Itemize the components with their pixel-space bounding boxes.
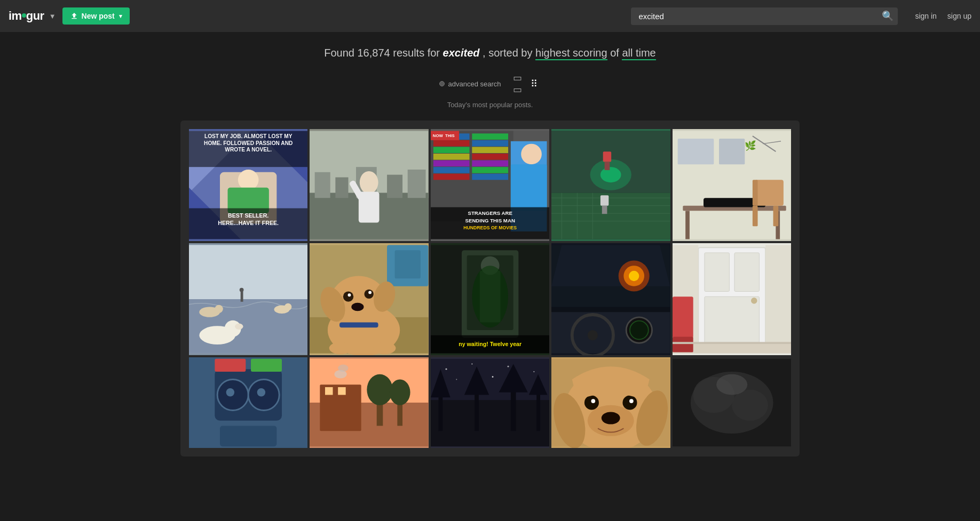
grid-item-9[interactable]	[551, 243, 670, 355]
logo-text: imgur	[9, 9, 44, 23]
svg-rect-174	[536, 392, 540, 431]
advanced-search-label: advanced search	[448, 80, 501, 88]
svg-rect-33	[433, 174, 470, 180]
grid-item-5[interactable]: 🌿	[673, 129, 791, 241]
filter-bar: advanced search ▭▭ ⠿	[0, 65, 980, 101]
found-count-label: Found 16,874 results for	[324, 47, 440, 59]
grid-item-2[interactable]	[310, 129, 428, 241]
svg-rect-36	[472, 147, 508, 153]
sign-up-link[interactable]: sign up	[947, 12, 971, 20]
svg-rect-131	[705, 296, 759, 343]
svg-point-100	[365, 290, 374, 299]
svg-rect-69	[719, 139, 745, 164]
grid-item-4[interactable]	[551, 129, 670, 241]
svg-rect-21	[408, 170, 426, 198]
svg-text:ny waiting! Twelve year: ny waiting! Twelve year	[459, 341, 521, 347]
grid-item-11[interactable]	[189, 357, 307, 448]
image-grid: LOST MY JOB. ALMOST LOST MY HOME. FOLLOW…	[189, 129, 791, 448]
header-actions: sign in sign up	[915, 12, 971, 20]
logo-chevron-icon[interactable]: ▼	[49, 12, 56, 20]
svg-point-103	[352, 303, 364, 311]
svg-rect-153	[338, 387, 346, 395]
grid-item-12[interactable]	[310, 357, 428, 448]
main-content: LOST MY JOB. ALMOST LOST MY HOME. FOLLOW…	[170, 115, 810, 467]
svg-rect-43	[511, 164, 547, 211]
svg-rect-52	[551, 193, 670, 239]
new-post-label: New post	[82, 12, 115, 20]
grid-view-button[interactable]: ⠿	[527, 76, 541, 92]
svg-point-22	[360, 171, 378, 194]
svg-rect-136	[673, 296, 693, 338]
advanced-search-toggle[interactable]: advanced search	[439, 80, 501, 88]
svg-text:NOW: NOW	[433, 133, 444, 138]
svg-point-167	[492, 376, 493, 378]
svg-point-108	[373, 342, 396, 354]
svg-text:HOME. FOLLOWED PASSION AND: HOME. FOLLOWED PASSION AND	[204, 140, 293, 146]
svg-rect-35	[472, 140, 508, 147]
svg-point-144	[257, 388, 265, 396]
svg-rect-130	[734, 253, 759, 292]
svg-rect-84	[241, 291, 243, 301]
sign-in-link[interactable]: sign in	[915, 12, 936, 20]
svg-rect-106	[339, 323, 378, 328]
svg-point-114	[472, 266, 508, 327]
svg-rect-76	[755, 180, 783, 205]
search-query-label: excited	[443, 47, 480, 59]
svg-rect-147	[220, 426, 276, 447]
svg-point-165	[533, 371, 534, 372]
svg-text:SENDING THIS MAN: SENDING THIS MAN	[465, 218, 515, 223]
sort-option-link[interactable]: highest scoring	[535, 47, 607, 60]
svg-rect-32	[433, 167, 470, 173]
svg-point-126	[629, 271, 639, 281]
svg-point-85	[240, 288, 244, 292]
search-input[interactable]	[631, 7, 898, 25]
grid-item-13[interactable]	[431, 357, 549, 448]
svg-text:WROTE A NOVEL.: WROTE A NOVEL.	[225, 147, 272, 153]
svg-point-183	[629, 399, 634, 403]
grid-item-10[interactable]	[673, 243, 791, 355]
grid-item-14[interactable]	[551, 357, 670, 448]
svg-rect-29	[433, 147, 470, 153]
svg-rect-39	[472, 167, 508, 173]
svg-point-163	[471, 364, 472, 365]
advanced-search-indicator	[439, 81, 445, 86]
grid-item-7[interactable]	[310, 243, 428, 355]
svg-text:STRANGERS ARE: STRANGERS ARE	[468, 210, 512, 216]
grid-item-6[interactable]	[189, 243, 307, 355]
svg-point-180	[584, 395, 599, 410]
popular-posts-label: Today's most popular posts.	[0, 101, 980, 115]
new-post-button[interactable]: New post ▾	[62, 7, 130, 25]
svg-point-189	[732, 390, 768, 421]
svg-rect-40	[472, 174, 508, 180]
grid-item-3[interactable]: NOW THIS STRANGERS ARE SENDING THIS MAN …	[431, 129, 549, 241]
search-button[interactable]: 🔍	[882, 10, 894, 22]
grid-item-8[interactable]: ny waiting! Twelve year	[431, 243, 549, 355]
new-post-chevron-icon: ▾	[119, 13, 122, 20]
svg-rect-79	[752, 180, 757, 205]
grid-item-15[interactable]	[673, 357, 791, 448]
sorted-by-label: , sorted by	[483, 47, 532, 59]
svg-rect-17	[315, 172, 330, 198]
svg-point-102	[369, 291, 372, 294]
time-option-link[interactable]: all time	[622, 47, 655, 60]
list-view-button[interactable]: ▭▭	[510, 70, 525, 98]
svg-point-121	[588, 330, 598, 340]
svg-point-143	[226, 388, 234, 396]
svg-point-164	[507, 366, 509, 367]
svg-rect-137	[673, 337, 693, 352]
svg-text:HUNDREDS OF MOVIES: HUNDREDS OF MOVIES	[463, 225, 517, 230]
logo[interactable]: imgur ▼	[9, 9, 56, 23]
svg-rect-129	[705, 253, 729, 292]
search-container: 🔍	[631, 7, 898, 25]
list-view-icon: ▭▭	[513, 73, 522, 95]
svg-point-107	[329, 342, 352, 354]
svg-point-87	[215, 305, 223, 313]
svg-point-182	[591, 399, 596, 403]
grid-item-1[interactable]: LOST MY JOB. ALMOST LOST MY HOME. FOLLOW…	[189, 129, 307, 241]
svg-point-162	[445, 368, 447, 370]
grid-view-icon: ⠿	[531, 78, 538, 89]
svg-text:THIS: THIS	[445, 133, 455, 138]
svg-point-132	[751, 298, 757, 304]
svg-text:LOST MY JOB. ALMOST LOST MY: LOST MY JOB. ALMOST LOST MY	[204, 133, 293, 139]
svg-point-101	[348, 293, 351, 296]
